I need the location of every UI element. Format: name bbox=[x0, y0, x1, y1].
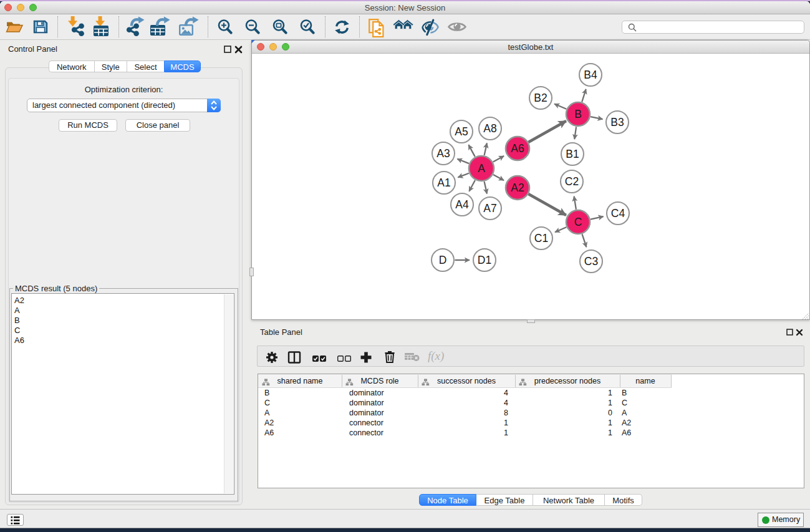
svg-text:C1: C1 bbox=[534, 232, 548, 244]
svg-text:A4: A4 bbox=[455, 198, 469, 211]
svg-text:B3: B3 bbox=[610, 116, 624, 128]
svg-text:A2: A2 bbox=[511, 181, 524, 194]
svg-text:A8: A8 bbox=[483, 122, 496, 135]
svg-text:A7: A7 bbox=[483, 202, 496, 215]
svg-text:A1: A1 bbox=[437, 177, 450, 189]
svg-text:B4: B4 bbox=[584, 69, 597, 81]
svg-text:A: A bbox=[478, 162, 485, 175]
svg-text:A3: A3 bbox=[436, 147, 450, 160]
svg-text:C4: C4 bbox=[611, 207, 625, 220]
svg-text:B1: B1 bbox=[566, 148, 579, 160]
svg-text:A5: A5 bbox=[455, 125, 468, 138]
svg-text:B: B bbox=[574, 108, 582, 120]
svg-text:D1: D1 bbox=[478, 254, 491, 266]
svg-text:B2: B2 bbox=[534, 92, 547, 104]
svg-text:D: D bbox=[439, 254, 447, 266]
svg-text:A6: A6 bbox=[511, 142, 524, 155]
svg-text:C: C bbox=[574, 216, 582, 228]
svg-text:C2: C2 bbox=[565, 175, 579, 188]
svg-text:C3: C3 bbox=[584, 255, 598, 268]
